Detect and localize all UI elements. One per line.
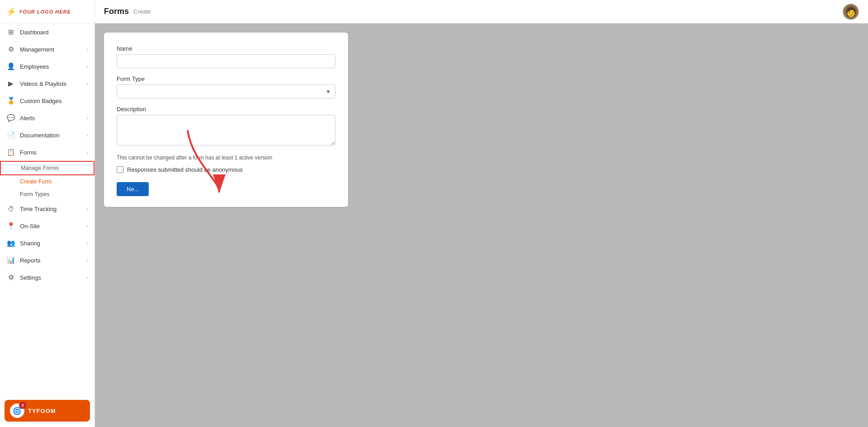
tyfoom-label: TYFOOM: [28, 408, 56, 414]
name-input[interactable]: [117, 54, 335, 68]
sidebar-label-management: Management: [20, 46, 82, 53]
sidebar-item-management[interactable]: ⚙ Management ›: [0, 41, 94, 58]
sidebar-label-sharing: Sharing: [20, 240, 82, 247]
create-form-label: Create Form: [20, 178, 52, 185]
reports-icon: 📊: [6, 256, 15, 264]
name-field-group: Name: [117, 45, 335, 68]
sidebar-item-forms[interactable]: 📋 Forms ›: [0, 144, 94, 161]
page-subtitle: Create: [133, 8, 151, 15]
chevron-right-icon: ›: [86, 223, 88, 229]
chevron-right-icon: ›: [86, 240, 88, 246]
main-content: Forms Create 🧑 Name Form Type ▼ Descript…: [95, 0, 868, 427]
next-button[interactable]: Ne...: [117, 182, 149, 196]
chevron-right-icon: ›: [86, 150, 88, 155]
dashboard-icon: ⊞: [6, 28, 15, 36]
anonymous-checkbox[interactable]: [117, 166, 123, 173]
avatar[interactable]: 🧑: [843, 4, 859, 20]
employees-icon: 👤: [6, 62, 15, 70]
sidebar-label-employees: Employees: [20, 63, 82, 70]
forms-icon: 📋: [6, 148, 15, 156]
sidebar-label-custom-badges: Custom Badges: [20, 98, 88, 104]
management-icon: ⚙: [6, 45, 15, 53]
logo-text: YOUR LOGO HERE: [19, 9, 71, 14]
alerts-icon: 💬: [6, 114, 15, 122]
chevron-right-icon: ›: [86, 81, 88, 86]
sidebar-item-settings[interactable]: ⚙ Settings ›: [0, 269, 94, 286]
sidebar-label-videos: Videos & Playlists: [20, 80, 82, 87]
settings-icon: ⚙: [6, 273, 15, 282]
create-form-card: Name Form Type ▼ Description This cannot…: [104, 33, 348, 207]
chevron-right-icon: ›: [86, 132, 88, 138]
tyfoom-icon: 🌀 3: [10, 404, 24, 418]
sidebar-label-forms: Forms: [20, 149, 82, 156]
form-type-select-wrapper: ▼: [117, 84, 335, 99]
sidebar-label-dashboard: Dashboard: [20, 29, 88, 36]
sidebar-item-reports[interactable]: 📊 Reports ›: [0, 252, 94, 269]
sidebar-label-time-tracking: Time Tracking: [20, 206, 82, 212]
on-site-icon: 📍: [6, 222, 15, 230]
description-label: Description: [117, 106, 335, 113]
form-types-label: Form Types: [20, 191, 50, 197]
tyfoom-bar[interactable]: 🌀 3 TYFOOM: [5, 400, 90, 422]
sidebar-item-form-types[interactable]: Form Types: [0, 188, 94, 201]
sidebar-item-create-form[interactable]: Create Form: [0, 175, 94, 188]
description-input[interactable]: [117, 115, 335, 145]
sidebar-item-videos[interactable]: ▶ Videos & Playlists ›: [0, 75, 94, 92]
sidebar-label-settings: Settings: [20, 274, 82, 281]
form-type-field-group: Form Type ▼: [117, 75, 335, 99]
form-type-select[interactable]: [117, 84, 335, 99]
sidebar-item-manage-forms[interactable]: Manage Forms: [0, 161, 94, 175]
anonymous-label: Responses submitted should be anonymous: [127, 166, 243, 173]
sharing-icon: 👥: [6, 239, 15, 247]
page-title: Forms: [104, 7, 129, 16]
sidebar-item-custom-badges[interactable]: 🏅 Custom Badges: [0, 92, 94, 109]
sidebar-item-on-site[interactable]: 📍 On-Site ›: [0, 217, 94, 235]
sidebar-item-time-tracking[interactable]: ⏱ Time Tracking ›: [0, 201, 94, 217]
topbar: Forms Create 🧑: [95, 0, 868, 23]
chevron-right-icon: ›: [86, 206, 88, 212]
cannot-change-note: This cannot be changed after a form has …: [117, 155, 335, 161]
manage-forms-label: Manage Forms: [21, 165, 59, 171]
time-tracking-icon: ⏱: [6, 205, 15, 213]
documentation-icon: 📄: [6, 131, 15, 139]
sidebar-item-sharing[interactable]: 👥 Sharing ›: [0, 235, 94, 252]
chevron-right-icon: ›: [86, 115, 88, 121]
sidebar-item-alerts[interactable]: 💬 Alerts ›: [0, 109, 94, 127]
sidebar-label-documentation: Documentation: [20, 132, 82, 139]
sidebar-item-dashboard[interactable]: ⊞ Dashboard: [0, 23, 94, 41]
anonymous-checkbox-row: Responses submitted should be anonymous: [117, 166, 335, 173]
tyfoom-badge: 3: [19, 402, 26, 409]
sidebar-label-reports: Reports: [20, 257, 82, 264]
sidebar-label-on-site: On-Site: [20, 223, 82, 230]
form-type-label: Form Type: [117, 75, 335, 82]
sidebar-item-employees[interactable]: 👤 Employees ›: [0, 58, 94, 75]
description-field-group: Description: [117, 106, 335, 147]
sidebar: ⚡ YOUR LOGO HERE ⊞ Dashboard ⚙ Managemen…: [0, 0, 95, 427]
chevron-right-icon: ›: [86, 258, 88, 263]
chevron-right-icon: ›: [86, 47, 88, 52]
logo[interactable]: ⚡ YOUR LOGO HERE: [0, 0, 94, 23]
custom-badges-icon: 🏅: [6, 97, 15, 105]
logo-bolt-icon: ⚡: [6, 7, 16, 17]
chevron-right-icon: ›: [86, 64, 88, 69]
name-label: Name: [117, 45, 335, 52]
sidebar-item-documentation[interactable]: 📄 Documentation ›: [0, 127, 94, 144]
chevron-right-icon: ›: [86, 275, 88, 280]
sidebar-label-alerts: Alerts: [20, 115, 82, 122]
videos-icon: ▶: [6, 80, 15, 88]
